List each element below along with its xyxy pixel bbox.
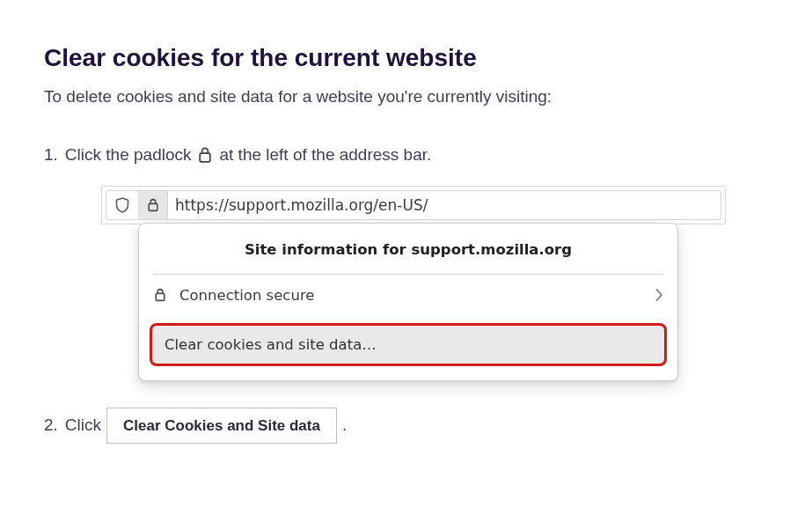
- popover-title: Site information for support.mozilla.org: [139, 224, 677, 274]
- clear-cookies-button-ref: Clear Cookies and Site data: [106, 408, 337, 444]
- site-info-popover: Site information for support.mozilla.org…: [138, 223, 678, 381]
- lock-icon: [153, 287, 174, 303]
- step-2-text-pre: Click: [65, 412, 101, 438]
- step-2: 2. Click Clear Cookies and Site data .: [44, 408, 768, 444]
- connection-secure-label: Connection secure: [174, 287, 655, 304]
- step-2-number: 2.: [44, 412, 58, 438]
- padlock-button[interactable]: [138, 191, 168, 219]
- svg-rect-0: [201, 153, 211, 162]
- svg-rect-1: [149, 203, 157, 210]
- step-1-number: 1.: [44, 142, 58, 168]
- padlock-icon: [196, 145, 214, 165]
- step-2-text-post: .: [342, 412, 347, 438]
- step-1: 1. Click the padlock at the left of the …: [44, 142, 768, 168]
- step-1-text-pre: Click the padlock: [65, 142, 192, 168]
- step-1-text-post: at the left of the address bar.: [219, 142, 431, 168]
- intro-text: To delete cookies and site data for a we…: [44, 85, 768, 110]
- chevron-right-icon: [655, 288, 663, 302]
- address-bar[interactable]: https://support.mozilla.org/en-US/: [106, 190, 721, 220]
- clear-cookies-item[interactable]: Clear cookies and site data…: [150, 323, 667, 366]
- address-bar-container: https://support.mozilla.org/en-US/: [101, 186, 726, 224]
- connection-secure-row[interactable]: Connection secure: [139, 275, 677, 316]
- url-text[interactable]: https://support.mozilla.org/en-US/: [168, 196, 428, 214]
- section-heading: Clear cookies for the current website: [44, 44, 768, 72]
- svg-rect-2: [156, 294, 165, 301]
- screenshot-area: https://support.mozilla.org/en-US/ Site …: [101, 186, 726, 381]
- tracking-shield-icon[interactable]: [106, 191, 138, 219]
